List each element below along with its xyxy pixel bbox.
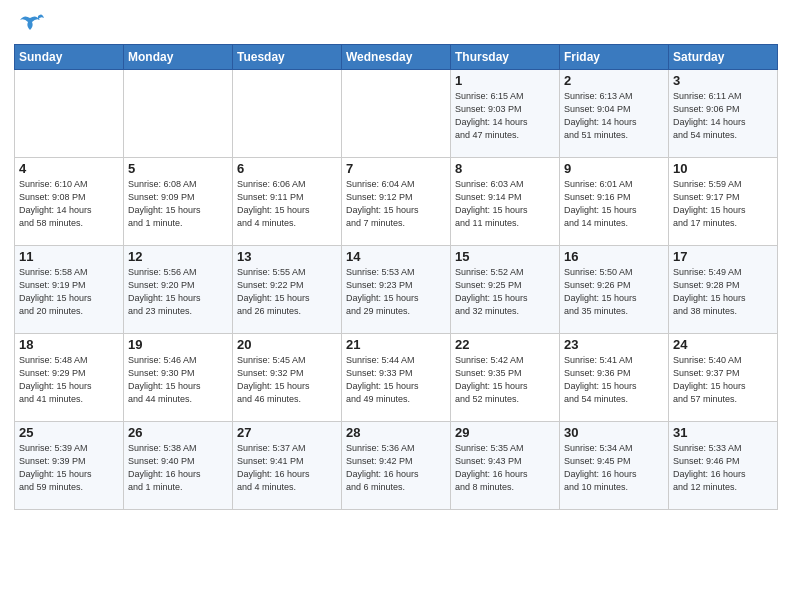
calendar-cell: 3Sunrise: 6:11 AM Sunset: 9:06 PM Daylig…: [669, 70, 778, 158]
day-info: Sunrise: 5:45 AM Sunset: 9:32 PM Dayligh…: [237, 354, 337, 406]
calendar-cell: [342, 70, 451, 158]
calendar-cell: 10Sunrise: 5:59 AM Sunset: 9:17 PM Dayli…: [669, 158, 778, 246]
calendar-header-row: SundayMondayTuesdayWednesdayThursdayFrid…: [15, 45, 778, 70]
calendar-week-3: 11Sunrise: 5:58 AM Sunset: 9:19 PM Dayli…: [15, 246, 778, 334]
day-info: Sunrise: 5:52 AM Sunset: 9:25 PM Dayligh…: [455, 266, 555, 318]
logo: [14, 10, 44, 38]
calendar-cell: 20Sunrise: 5:45 AM Sunset: 9:32 PM Dayli…: [233, 334, 342, 422]
day-info: Sunrise: 5:50 AM Sunset: 9:26 PM Dayligh…: [564, 266, 664, 318]
calendar-cell: 26Sunrise: 5:38 AM Sunset: 9:40 PM Dayli…: [124, 422, 233, 510]
day-number: 22: [455, 337, 555, 352]
day-info: Sunrise: 5:58 AM Sunset: 9:19 PM Dayligh…: [19, 266, 119, 318]
day-number: 16: [564, 249, 664, 264]
day-number: 5: [128, 161, 228, 176]
calendar-cell: 16Sunrise: 5:50 AM Sunset: 9:26 PM Dayli…: [560, 246, 669, 334]
day-number: 17: [673, 249, 773, 264]
day-info: Sunrise: 6:08 AM Sunset: 9:09 PM Dayligh…: [128, 178, 228, 230]
day-info: Sunrise: 6:06 AM Sunset: 9:11 PM Dayligh…: [237, 178, 337, 230]
day-number: 23: [564, 337, 664, 352]
day-info: Sunrise: 5:35 AM Sunset: 9:43 PM Dayligh…: [455, 442, 555, 494]
day-info: Sunrise: 5:39 AM Sunset: 9:39 PM Dayligh…: [19, 442, 119, 494]
calendar-cell: 19Sunrise: 5:46 AM Sunset: 9:30 PM Dayli…: [124, 334, 233, 422]
calendar-cell: 2Sunrise: 6:13 AM Sunset: 9:04 PM Daylig…: [560, 70, 669, 158]
day-number: 3: [673, 73, 773, 88]
calendar-cell: 1Sunrise: 6:15 AM Sunset: 9:03 PM Daylig…: [451, 70, 560, 158]
day-info: Sunrise: 5:36 AM Sunset: 9:42 PM Dayligh…: [346, 442, 446, 494]
day-info: Sunrise: 6:04 AM Sunset: 9:12 PM Dayligh…: [346, 178, 446, 230]
day-info: Sunrise: 6:15 AM Sunset: 9:03 PM Dayligh…: [455, 90, 555, 142]
day-info: Sunrise: 6:13 AM Sunset: 9:04 PM Dayligh…: [564, 90, 664, 142]
day-info: Sunrise: 5:48 AM Sunset: 9:29 PM Dayligh…: [19, 354, 119, 406]
calendar-cell: 21Sunrise: 5:44 AM Sunset: 9:33 PM Dayli…: [342, 334, 451, 422]
day-number: 21: [346, 337, 446, 352]
calendar-cell: [233, 70, 342, 158]
day-info: Sunrise: 5:33 AM Sunset: 9:46 PM Dayligh…: [673, 442, 773, 494]
calendar-cell: 11Sunrise: 5:58 AM Sunset: 9:19 PM Dayli…: [15, 246, 124, 334]
calendar-cell: 17Sunrise: 5:49 AM Sunset: 9:28 PM Dayli…: [669, 246, 778, 334]
calendar-cell: 15Sunrise: 5:52 AM Sunset: 9:25 PM Dayli…: [451, 246, 560, 334]
col-header-wednesday: Wednesday: [342, 45, 451, 70]
day-number: 18: [19, 337, 119, 352]
day-number: 25: [19, 425, 119, 440]
col-header-thursday: Thursday: [451, 45, 560, 70]
calendar-cell: 14Sunrise: 5:53 AM Sunset: 9:23 PM Dayli…: [342, 246, 451, 334]
calendar-cell: 30Sunrise: 5:34 AM Sunset: 9:45 PM Dayli…: [560, 422, 669, 510]
day-number: 11: [19, 249, 119, 264]
col-header-sunday: Sunday: [15, 45, 124, 70]
day-info: Sunrise: 6:01 AM Sunset: 9:16 PM Dayligh…: [564, 178, 664, 230]
calendar-cell: 8Sunrise: 6:03 AM Sunset: 9:14 PM Daylig…: [451, 158, 560, 246]
day-info: Sunrise: 5:53 AM Sunset: 9:23 PM Dayligh…: [346, 266, 446, 318]
day-number: 1: [455, 73, 555, 88]
day-number: 29: [455, 425, 555, 440]
day-info: Sunrise: 6:11 AM Sunset: 9:06 PM Dayligh…: [673, 90, 773, 142]
day-number: 27: [237, 425, 337, 440]
day-number: 28: [346, 425, 446, 440]
day-info: Sunrise: 5:55 AM Sunset: 9:22 PM Dayligh…: [237, 266, 337, 318]
day-info: Sunrise: 5:49 AM Sunset: 9:28 PM Dayligh…: [673, 266, 773, 318]
calendar-cell: 24Sunrise: 5:40 AM Sunset: 9:37 PM Dayli…: [669, 334, 778, 422]
calendar-cell: [124, 70, 233, 158]
calendar-cell: 12Sunrise: 5:56 AM Sunset: 9:20 PM Dayli…: [124, 246, 233, 334]
calendar-cell: [15, 70, 124, 158]
day-info: Sunrise: 5:37 AM Sunset: 9:41 PM Dayligh…: [237, 442, 337, 494]
day-number: 30: [564, 425, 664, 440]
col-header-saturday: Saturday: [669, 45, 778, 70]
col-header-monday: Monday: [124, 45, 233, 70]
day-number: 7: [346, 161, 446, 176]
day-info: Sunrise: 5:44 AM Sunset: 9:33 PM Dayligh…: [346, 354, 446, 406]
day-number: 12: [128, 249, 228, 264]
calendar-cell: 6Sunrise: 6:06 AM Sunset: 9:11 PM Daylig…: [233, 158, 342, 246]
day-info: Sunrise: 5:41 AM Sunset: 9:36 PM Dayligh…: [564, 354, 664, 406]
page-container: SundayMondayTuesdayWednesdayThursdayFrid…: [0, 0, 792, 612]
calendar-week-4: 18Sunrise: 5:48 AM Sunset: 9:29 PM Dayli…: [15, 334, 778, 422]
day-info: Sunrise: 5:40 AM Sunset: 9:37 PM Dayligh…: [673, 354, 773, 406]
day-info: Sunrise: 5:42 AM Sunset: 9:35 PM Dayligh…: [455, 354, 555, 406]
calendar-table: SundayMondayTuesdayWednesdayThursdayFrid…: [14, 44, 778, 510]
logo-bird-icon: [16, 10, 44, 38]
calendar-cell: 27Sunrise: 5:37 AM Sunset: 9:41 PM Dayli…: [233, 422, 342, 510]
calendar-cell: 9Sunrise: 6:01 AM Sunset: 9:16 PM Daylig…: [560, 158, 669, 246]
day-info: Sunrise: 5:59 AM Sunset: 9:17 PM Dayligh…: [673, 178, 773, 230]
calendar-cell: 5Sunrise: 6:08 AM Sunset: 9:09 PM Daylig…: [124, 158, 233, 246]
calendar-cell: 13Sunrise: 5:55 AM Sunset: 9:22 PM Dayli…: [233, 246, 342, 334]
calendar-cell: 18Sunrise: 5:48 AM Sunset: 9:29 PM Dayli…: [15, 334, 124, 422]
day-info: Sunrise: 5:38 AM Sunset: 9:40 PM Dayligh…: [128, 442, 228, 494]
day-info: Sunrise: 5:34 AM Sunset: 9:45 PM Dayligh…: [564, 442, 664, 494]
day-number: 24: [673, 337, 773, 352]
day-info: Sunrise: 6:03 AM Sunset: 9:14 PM Dayligh…: [455, 178, 555, 230]
calendar-cell: 22Sunrise: 5:42 AM Sunset: 9:35 PM Dayli…: [451, 334, 560, 422]
day-number: 14: [346, 249, 446, 264]
day-number: 19: [128, 337, 228, 352]
day-number: 10: [673, 161, 773, 176]
col-header-tuesday: Tuesday: [233, 45, 342, 70]
calendar-cell: 28Sunrise: 5:36 AM Sunset: 9:42 PM Dayli…: [342, 422, 451, 510]
day-number: 31: [673, 425, 773, 440]
calendar-cell: 23Sunrise: 5:41 AM Sunset: 9:36 PM Dayli…: [560, 334, 669, 422]
day-number: 8: [455, 161, 555, 176]
day-info: Sunrise: 6:10 AM Sunset: 9:08 PM Dayligh…: [19, 178, 119, 230]
calendar-cell: 31Sunrise: 5:33 AM Sunset: 9:46 PM Dayli…: [669, 422, 778, 510]
day-number: 9: [564, 161, 664, 176]
day-number: 15: [455, 249, 555, 264]
day-number: 4: [19, 161, 119, 176]
calendar-cell: 25Sunrise: 5:39 AM Sunset: 9:39 PM Dayli…: [15, 422, 124, 510]
